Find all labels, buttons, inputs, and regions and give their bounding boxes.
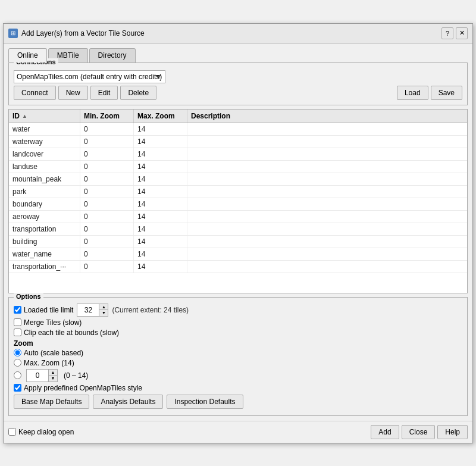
td-max-zoom: 14 bbox=[134, 173, 187, 185]
bottom-buttons: Keep dialog open Add Close Help bbox=[4, 421, 472, 443]
load-button[interactable]: Load bbox=[397, 86, 428, 100]
td-id: landcover bbox=[9, 148, 80, 160]
tab-directory[interactable]: Directory bbox=[89, 48, 136, 62]
inspection-defaults-button[interactable]: Inspection Defaults bbox=[167, 395, 243, 409]
keep-open-label[interactable]: Keep dialog open bbox=[8, 428, 74, 436]
style-defaults-row: Base Map Defaults Analysis Defaults Insp… bbox=[14, 395, 462, 409]
zoom-section: Zoom Auto (scale based) Max. Zoom (14) bbox=[14, 339, 462, 382]
spinner-up[interactable]: ▲ bbox=[99, 304, 108, 310]
clip-tiles-row: Clip each tile at bounds (slow) bbox=[14, 329, 462, 337]
close-title-button[interactable]: ✕ bbox=[456, 27, 468, 39]
table-body: water 0 14 waterway 0 14 landcover 0 14 … bbox=[9, 123, 467, 293]
bottom-left: Keep dialog open bbox=[8, 428, 74, 436]
options-section: Options Loaded tile limit ▲ ▼ (Current e… bbox=[8, 297, 468, 416]
table-row[interactable]: mountain_peak 0 14 bbox=[9, 173, 467, 186]
zoom-max-row: Max. Zoom (14) bbox=[14, 359, 462, 367]
apply-style-label[interactable]: Apply predefined OpenMapTiles style bbox=[14, 384, 142, 392]
zoom-auto-row: Auto (scale based) bbox=[14, 349, 462, 357]
td-id: water_name bbox=[9, 248, 80, 260]
table-row[interactable]: waterway 0 14 bbox=[9, 136, 467, 148]
tile-limit-input[interactable] bbox=[77, 304, 99, 316]
table-row[interactable]: water_name 0 14 bbox=[9, 248, 467, 261]
connections-buttons-row: Connect New Edit Delete Load Save bbox=[14, 86, 462, 100]
td-id: landuse bbox=[9, 161, 80, 173]
spinner-down[interactable]: ▼ bbox=[99, 309, 108, 316]
tile-limit-row: Loaded tile limit ▲ ▼ (Current extent: 2… bbox=[14, 304, 462, 317]
zoom-label: Zoom bbox=[14, 339, 462, 348]
td-max-zoom: 14 bbox=[134, 136, 187, 148]
td-min-zoom: 0 bbox=[80, 148, 134, 160]
td-max-zoom: 14 bbox=[134, 123, 187, 135]
table-row[interactable]: landcover 0 14 bbox=[9, 148, 467, 161]
td-id: water bbox=[9, 123, 80, 135]
td-id: transportation_··· bbox=[9, 261, 80, 273]
td-id: transportation bbox=[9, 223, 80, 235]
base-map-defaults-button[interactable]: Base Map Defaults bbox=[14, 395, 89, 409]
delete-button[interactable]: Delete bbox=[120, 86, 156, 100]
table-row[interactable]: aeroway 0 14 bbox=[9, 211, 467, 223]
zoom-custom-radio[interactable] bbox=[14, 371, 21, 379]
right-buttons: Load Save bbox=[397, 86, 462, 100]
current-extent-text: (Current extent: 24 tiles) bbox=[112, 306, 189, 314]
save-button[interactable]: Save bbox=[431, 86, 462, 100]
td-description bbox=[187, 148, 467, 160]
td-id: aeroway bbox=[9, 211, 80, 223]
connections-dropdown[interactable]: OpenMapTiles.com (default entry with cre… bbox=[14, 70, 165, 83]
zoom-max-label[interactable]: Max. Zoom (14) bbox=[14, 359, 74, 367]
connect-button[interactable]: Connect bbox=[14, 86, 56, 100]
th-min-zoom[interactable]: Min. Zoom bbox=[80, 110, 134, 123]
tabs-container: Online MBTile Directory Connections Open… bbox=[8, 48, 468, 105]
td-max-zoom: 14 bbox=[134, 148, 187, 160]
table-row[interactable]: landuse 0 14 bbox=[9, 161, 467, 173]
td-max-zoom: 14 bbox=[134, 198, 187, 210]
new-button[interactable]: New bbox=[58, 86, 88, 100]
close-button[interactable]: Close bbox=[402, 425, 436, 439]
td-max-zoom: 14 bbox=[134, 261, 187, 273]
td-description bbox=[187, 186, 467, 198]
td-max-zoom: 14 bbox=[134, 211, 187, 223]
th-id[interactable]: ID ▲ bbox=[9, 110, 80, 123]
tab-online[interactable]: Online bbox=[8, 48, 47, 62]
merge-tiles-checkbox[interactable] bbox=[14, 318, 21, 326]
tile-limit-checkbox[interactable] bbox=[14, 306, 21, 314]
td-min-zoom: 0 bbox=[80, 161, 134, 173]
td-description bbox=[187, 248, 467, 260]
table-row[interactable]: park 0 14 bbox=[9, 186, 467, 198]
td-min-zoom: 0 bbox=[80, 261, 134, 273]
help-title-button[interactable]: ? bbox=[441, 27, 453, 39]
zoom-spinner-buttons: ▲ ▼ bbox=[48, 370, 57, 381]
table-row[interactable]: transportation 0 14 bbox=[9, 223, 467, 236]
zoom-max-radio[interactable] bbox=[14, 359, 21, 367]
merge-tiles-label[interactable]: Merge Tiles (slow) bbox=[14, 318, 82, 327]
help-button[interactable]: Help bbox=[437, 425, 468, 439]
zoom-auto-radio[interactable] bbox=[14, 349, 21, 356]
table-row[interactable]: building 0 14 bbox=[9, 236, 467, 248]
zoom-input[interactable] bbox=[27, 370, 48, 381]
table-row[interactable]: transportation_··· 0 14 bbox=[9, 261, 467, 273]
add-button[interactable]: Add bbox=[371, 425, 399, 439]
td-id: park bbox=[9, 186, 80, 198]
tile-limit-checkbox-label[interactable]: Loaded tile limit bbox=[14, 306, 73, 314]
td-max-zoom: 14 bbox=[134, 248, 187, 260]
apply-style-checkbox[interactable] bbox=[14, 384, 21, 392]
keep-open-checkbox[interactable] bbox=[8, 428, 16, 436]
tile-limit-spinner[interactable]: ▲ ▼ bbox=[77, 304, 108, 317]
edit-button[interactable]: Edit bbox=[90, 86, 118, 100]
zoom-spinner-up[interactable]: ▲ bbox=[49, 370, 57, 376]
table-row[interactable]: water 0 14 bbox=[9, 123, 467, 136]
th-description[interactable]: Description bbox=[187, 110, 467, 123]
th-max-zoom[interactable]: Max. Zoom bbox=[134, 110, 187, 123]
table-header: ID ▲ Min. Zoom Max. Zoom Description bbox=[9, 110, 467, 123]
td-min-zoom: 0 bbox=[80, 186, 134, 198]
td-description bbox=[187, 161, 467, 173]
analysis-defaults-button[interactable]: Analysis Defaults bbox=[93, 395, 163, 409]
clip-tiles-label[interactable]: Clip each tile at bounds (slow) bbox=[14, 329, 119, 337]
bottom-right: Add Close Help bbox=[371, 425, 468, 439]
clip-tiles-checkbox[interactable] bbox=[14, 329, 21, 336]
zoom-spinner-down[interactable]: ▼ bbox=[49, 375, 57, 381]
table-row[interactable]: boundary 0 14 bbox=[9, 198, 467, 211]
zoom-auto-label[interactable]: Auto (scale based) bbox=[14, 349, 83, 357]
td-max-zoom: 14 bbox=[134, 186, 187, 198]
zoom-spinner[interactable]: ▲ ▼ bbox=[26, 369, 58, 382]
zoom-custom-label[interactable] bbox=[14, 371, 21, 379]
